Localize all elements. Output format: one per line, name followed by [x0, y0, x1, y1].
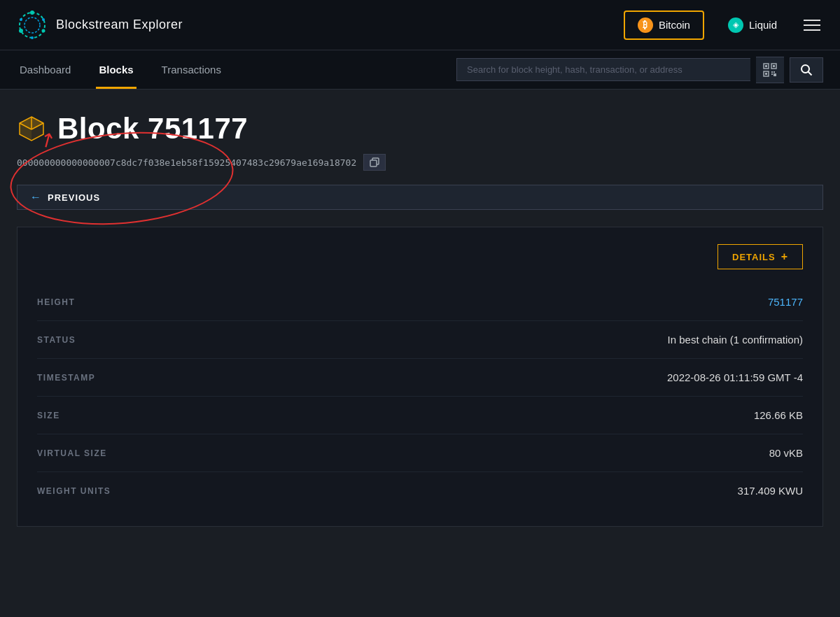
search-area: [456, 57, 823, 83]
block-title-area: Block 751177 000000000000000007c8dc7f038…: [17, 112, 823, 210]
hamburger-menu[interactable]: [801, 17, 823, 34]
svg-point-0: [20, 13, 45, 38]
copy-hash-btn[interactable]: [363, 154, 386, 171]
detail-label: VIRTUAL SIZE: [37, 448, 107, 458]
sub-nav-links: Dashboard Blocks Transactions: [17, 50, 224, 89]
detail-value[interactable]: 751177: [768, 296, 803, 308]
svg-rect-11: [773, 65, 775, 67]
table-row: STATUSIn best chain (1 confirmation): [37, 321, 803, 359]
logo-area: Blockstream Explorer: [17, 10, 183, 41]
hamburger-line-2: [804, 24, 820, 26]
svg-rect-9: [765, 65, 767, 67]
detail-value: In best chain (1 confirmation): [668, 334, 803, 346]
details-expand-btn[interactable]: DETAILS +: [718, 244, 803, 269]
details-btn-label: DETAILS: [732, 252, 776, 262]
hamburger-line-3: [804, 29, 820, 31]
details-header: DETAILS +: [37, 244, 803, 269]
table-row: TIMESTAMP2022-08-26 01:11:59 GMT -4: [37, 359, 803, 397]
nav-blocks[interactable]: Blocks: [96, 50, 136, 89]
logo-icon: [17, 10, 48, 41]
bitcoin-network-btn[interactable]: ₿ Bitcoin: [624, 10, 704, 40]
block-hash-row: 000000000000000007c8dc7f038e1eb58f159254…: [17, 154, 823, 171]
previous-block-btn[interactable]: ← PREVIOUS: [17, 185, 823, 210]
detail-value: 80 vKB: [769, 447, 803, 459]
nav-transactions[interactable]: Transactions: [159, 50, 224, 89]
top-nav: Blockstream Explorer ₿ Bitcoin ◈ Liquid: [0, 0, 840, 50]
svg-rect-16: [771, 73, 773, 75]
table-row: WEIGHT UNITS317.409 KWU: [37, 472, 803, 509]
detail-label: STATUS: [37, 335, 76, 345]
logo-text: Blockstream Explorer: [56, 17, 183, 32]
qr-code-btn[interactable]: [756, 57, 784, 83]
previous-btn-label: PREVIOUS: [48, 192, 100, 203]
search-button[interactable]: [790, 57, 823, 83]
svg-point-5: [31, 36, 34, 39]
block-title: Block 751177: [17, 112, 823, 146]
details-card: DETAILS + HEIGHT751177STATUSIn best chai…: [17, 227, 823, 527]
block-hash: 000000000000000007c8dc7f038e1eb58f159254…: [17, 157, 356, 168]
main-content: Block 751177 000000000000000007c8dc7f038…: [0, 90, 840, 549]
bitcoin-label: Bitcoin: [659, 19, 690, 31]
arrow-left-icon: ←: [30, 191, 42, 204]
copy-icon: [370, 157, 379, 167]
top-nav-right: ₿ Bitcoin ◈ Liquid: [624, 10, 823, 40]
liquid-label: Liquid: [749, 19, 777, 31]
svg-rect-27: [370, 160, 377, 166]
detail-label: TIMESTAMP: [37, 373, 95, 383]
svg-point-3: [42, 18, 45, 21]
detail-label: SIZE: [37, 411, 60, 420]
block-cube-icon: [17, 114, 46, 143]
svg-point-18: [802, 65, 809, 73]
svg-rect-17: [774, 73, 776, 76]
qr-icon: [763, 63, 777, 77]
svg-rect-14: [771, 71, 773, 73]
hamburger-line-1: [804, 20, 820, 21]
table-row: VIRTUAL SIZE80 vKB: [37, 434, 803, 472]
detail-rows: HEIGHT751177STATUSIn best chain (1 confi…: [37, 283, 803, 509]
nav-dashboard[interactable]: Dashboard: [17, 50, 74, 89]
svg-point-2: [30, 10, 34, 15]
plus-icon: +: [781, 250, 788, 263]
detail-label: HEIGHT: [37, 297, 75, 307]
sub-nav: Dashboard Blocks Transactions: [0, 50, 840, 90]
detail-value: 2022-08-26 01:11:59 GMT -4: [667, 371, 803, 383]
liquid-network-btn[interactable]: ◈ Liquid: [715, 12, 790, 38]
search-icon: [800, 64, 813, 76]
svg-rect-13: [765, 73, 767, 75]
svg-point-1: [24, 17, 40, 33]
table-row: SIZE126.66 KB: [37, 397, 803, 434]
detail-value: 317.409 KWU: [738, 485, 803, 497]
svg-point-7: [20, 18, 22, 21]
svg-line-19: [808, 71, 812, 75]
liquid-icon: ◈: [728, 17, 743, 33]
detail-value: 126.66 KB: [754, 409, 803, 421]
svg-point-4: [42, 29, 46, 32]
bitcoin-icon: ₿: [638, 17, 653, 33]
table-row: HEIGHT751177: [37, 283, 803, 321]
block-number-title: Block 751177: [57, 112, 248, 146]
svg-rect-15: [774, 71, 775, 73]
detail-label: WEIGHT UNITS: [37, 486, 111, 496]
search-input[interactable]: [456, 58, 750, 81]
svg-point-6: [19, 29, 23, 33]
